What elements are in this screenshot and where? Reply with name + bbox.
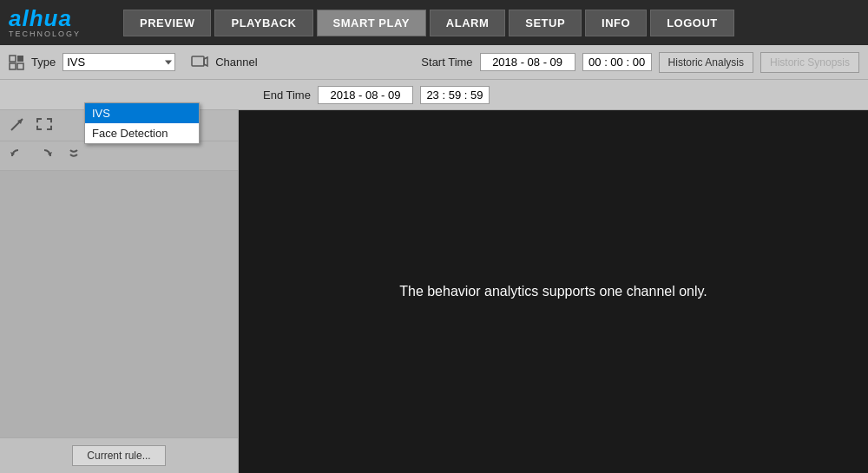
rect-select-icon (36, 118, 52, 130)
left-footer: Current rule... (0, 437, 238, 473)
channel-label: Channel (215, 56, 257, 69)
type-select[interactable]: IVS Face Detection (62, 53, 175, 71)
arrow-tool-button[interactable] (7, 115, 28, 136)
dropdown-item-face-detection[interactable]: Face Detection (85, 123, 199, 143)
start-time-input[interactable] (582, 53, 652, 71)
nav-preview[interactable]: PREVIEW (123, 10, 211, 36)
type-dropdown: IVS Face Detection (84, 102, 200, 144)
end-date-input[interactable] (318, 86, 413, 104)
channel-icon (191, 56, 208, 69)
main-message: The behavior analytics supports one chan… (399, 284, 707, 299)
historic-synopsis-button[interactable]: Historic Synopsis (760, 52, 859, 73)
rect-select-button[interactable] (33, 116, 56, 135)
logo-area: alhua TECHNOLOGY (9, 7, 104, 38)
svg-rect-4 (192, 56, 204, 66)
delete-button[interactable] (62, 146, 85, 167)
redo-button[interactable] (35, 146, 57, 167)
right-panel: The behavior analytics supports one chan… (239, 110, 868, 473)
nav-smartplay[interactable]: SMART PLAY (317, 10, 426, 36)
main-content: Current rule... The behavior analytics s… (0, 110, 868, 473)
nav-setup[interactable]: SETUP (509, 10, 582, 36)
type-select-wrapper: IVS Face Detection (62, 53, 175, 71)
start-time-label: Start Time (421, 56, 472, 69)
svg-rect-2 (17, 56, 23, 62)
nav-playback[interactable]: PLAYBACK (214, 10, 312, 36)
svg-rect-1 (10, 63, 16, 69)
type-icon (9, 55, 24, 70)
svg-rect-0 (10, 56, 16, 62)
start-date-input[interactable] (480, 53, 575, 71)
left-panel: Current rule... (0, 110, 239, 473)
nav-alarm[interactable]: ALARM (430, 10, 505, 36)
svg-rect-3 (17, 63, 23, 69)
toolbar-row1: Type IVS Face Detection Channel Start Ti… (0, 45, 868, 80)
logo-brand: alhua (9, 7, 72, 30)
left-content-area (0, 171, 238, 437)
dropdown-item-ivs[interactable]: IVS (85, 103, 199, 123)
nav-info[interactable]: INFO (585, 10, 647, 36)
end-time-input[interactable] (420, 86, 490, 104)
undo-button[interactable] (7, 146, 30, 167)
nav-logout[interactable]: LOGOUT (650, 10, 734, 36)
left-toolbar2 (0, 141, 238, 171)
type-label: Type (31, 56, 56, 69)
current-rule-button[interactable]: Current rule... (72, 445, 165, 466)
svg-marker-5 (204, 57, 207, 66)
historic-analysis-button[interactable]: Historic Analysis (659, 52, 753, 73)
header: alhua TECHNOLOGY PREVIEW PLAYBACK SMART … (0, 0, 868, 45)
end-time-label: End Time (263, 89, 311, 102)
logo-subtitle: TECHNOLOGY (9, 30, 81, 38)
